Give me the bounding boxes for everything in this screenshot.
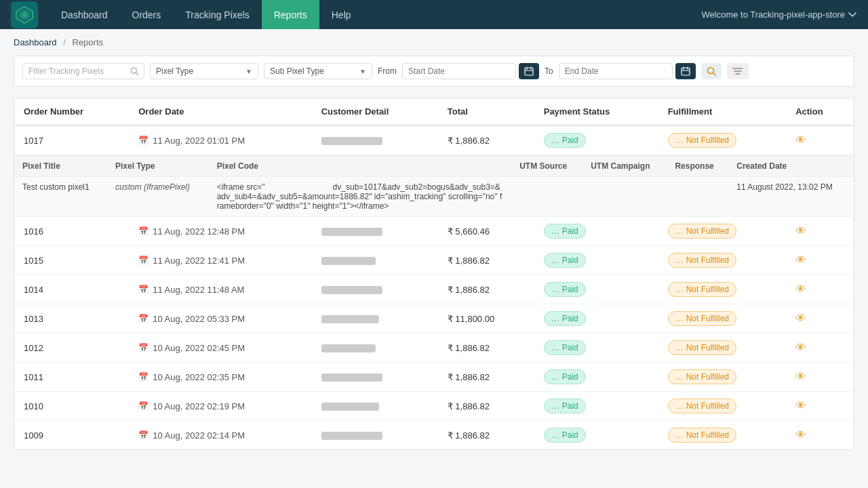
svg-rect-9 <box>682 68 690 75</box>
order-number: 1013 <box>14 304 129 333</box>
sub-pixel-type-select[interactable]: Sub Pixel Type <box>270 66 355 76</box>
customer-detail <box>312 246 438 275</box>
customer-detail <box>312 125 438 155</box>
order-number: 1017 <box>14 125 129 155</box>
pixel-col-utm-source: UTM Source <box>511 156 583 177</box>
svg-point-2 <box>22 13 26 17</box>
app-logo <box>11 1 38 28</box>
nav-dashboard[interactable]: Dashboard <box>49 0 120 29</box>
table-row: 1015 📅11 Aug, 2022 12:41 PM ₹ 1,886.82 …… <box>14 246 854 275</box>
end-date-input[interactable] <box>559 63 673 79</box>
table-row: 1016 📅11 Aug, 2022 12:48 PM ₹ 5,660.46 …… <box>14 217 854 246</box>
search-button[interactable] <box>701 63 722 79</box>
calendar-icon <box>524 66 534 76</box>
fulfillment-status: … Not Fulfilled <box>658 363 786 392</box>
order-total: ₹ 1,886.82 <box>438 421 534 450</box>
customer-detail <box>312 217 438 246</box>
nav-help[interactable]: Help <box>319 0 363 29</box>
view-icon[interactable]: 👁 <box>795 342 806 353</box>
table-row: 1014 📅11 Aug, 2022 11:48 AM ₹ 1,886.82 …… <box>14 275 854 304</box>
view-icon[interactable]: 👁 <box>795 429 806 441</box>
top-navigation: Dashboard Orders Tracking Pixels Reports… <box>0 0 868 29</box>
filter-search-wrapper <box>22 63 144 79</box>
col-customer-detail: Customer Detail <box>312 98 438 125</box>
start-date-group <box>402 63 539 79</box>
search-submit-icon <box>707 66 716 76</box>
nav-links: Dashboard Orders Tracking Pixels Reports… <box>49 0 702 29</box>
calendar-icon: 📅 <box>138 430 149 440</box>
order-total: ₹ 1,886.82 <box>438 275 534 304</box>
action-cell: 👁 <box>786 363 854 392</box>
col-order-date: Order Date <box>129 98 311 125</box>
action-cell: 👁 <box>786 421 854 450</box>
fulfillment-status: … Not Fulfilled <box>658 125 786 155</box>
order-date: 📅10 Aug, 2022 02:45 PM <box>129 333 311 363</box>
end-date-calendar-button[interactable] <box>675 63 696 79</box>
view-icon[interactable]: 👁 <box>795 400 806 411</box>
view-icon[interactable]: 👁 <box>795 371 806 382</box>
payment-status: … Paid <box>534 333 658 363</box>
paid-badge: … Paid <box>544 369 586 384</box>
nav-orders[interactable]: Orders <box>120 0 174 29</box>
sub-pixel-type-select-wrapper[interactable]: Sub Pixel Type ▼ <box>264 63 372 79</box>
order-total: ₹ 1,886.82 <box>438 246 534 275</box>
paid-badge: … Paid <box>544 282 586 297</box>
pixel-col-response: Response <box>667 156 728 177</box>
order-total: ₹ 1,886.82 <box>438 125 534 155</box>
breadcrumb-dashboard[interactable]: Dashboard <box>14 37 57 47</box>
customer-detail <box>312 304 438 333</box>
action-cell: 👁 <box>786 333 854 363</box>
col-fulfillment: Fulfillment <box>658 98 786 125</box>
action-cell: 👁 <box>786 392 854 421</box>
not-fulfilled-badge: … Not Fulfilled <box>668 399 736 413</box>
search-input[interactable] <box>28 66 126 76</box>
order-total: ₹ 11,800.00 <box>438 304 534 333</box>
fulfillment-status: … Not Fulfilled <box>658 304 786 333</box>
filter-icon <box>732 66 743 76</box>
nav-reports[interactable]: Reports <box>262 0 319 29</box>
calendar-icon: 📅 <box>138 256 149 265</box>
pixel-col-created-date: Created Date <box>728 156 854 177</box>
payment-status: … Paid <box>534 275 658 304</box>
calendar-icon: 📅 <box>138 401 149 411</box>
fulfillment-status: … Not Fulfilled <box>658 333 786 363</box>
view-icon[interactable]: 👁 <box>795 254 806 266</box>
paid-badge: … Paid <box>544 133 586 148</box>
customer-detail <box>312 392 438 421</box>
order-date: 📅11 Aug, 2022 12:41 PM <box>129 246 311 275</box>
filter-options-button[interactable] <box>727 63 749 79</box>
pixel-type-chevron: ▼ <box>245 68 252 75</box>
pixel-response <box>667 177 728 217</box>
view-icon[interactable]: 👁 <box>795 312 806 324</box>
action-cell: 👁 <box>786 217 854 246</box>
pixel-type-select[interactable]: Pixel Type <box>156 66 241 76</box>
payment-status: … Paid <box>534 217 658 246</box>
pixel-data-row: Test custom pixel1 custom (IframePixel) … <box>14 177 854 217</box>
payment-status: … Paid <box>534 421 658 450</box>
view-icon[interactable]: 👁 <box>795 134 806 146</box>
paid-badge: … Paid <box>544 224 586 239</box>
order-date: 📅 11 Aug, 2022 01:01 PM <box>129 125 311 155</box>
pixel-type-select-wrapper[interactable]: Pixel Type ▼ <box>150 63 258 79</box>
order-date: 📅10 Aug, 2022 02:35 PM <box>129 363 311 392</box>
paid-badge: … Paid <box>544 253 586 268</box>
view-icon[interactable]: 👁 <box>795 225 806 237</box>
pixel-subtable: Pixel Title Pixel Type Pixel Code UTM So… <box>14 155 854 216</box>
start-date-calendar-button[interactable] <box>519 63 539 79</box>
order-number: 1015 <box>14 246 129 275</box>
pixel-code: <iframe src=" dv_sub=1017&adv_sub2=bogus… <box>209 177 512 217</box>
start-date-input[interactable] <box>402 63 516 79</box>
reports-table-container: Order Number Order Date Customer Detail … <box>14 98 854 450</box>
svg-line-14 <box>713 73 715 76</box>
pixel-utm-campaign <box>583 177 667 217</box>
nav-tracking-pixels[interactable]: Tracking Pixels <box>173 0 261 29</box>
order-date: 📅11 Aug, 2022 11:48 AM <box>129 275 311 304</box>
table-wrapper: Order Number Order Date Customer Detail … <box>14 98 854 449</box>
not-fulfilled-badge: … Not Fulfilled <box>668 253 736 268</box>
pixel-type: custom (IframePixel) <box>107 177 209 217</box>
calendar-icon: 📅 <box>138 226 149 236</box>
view-icon[interactable]: 👁 <box>795 283 806 295</box>
table-row: 1013 📅10 Aug, 2022 05:33 PM ₹ 11,800.00 … <box>14 304 854 333</box>
not-fulfilled-badge: … Not Fulfilled <box>668 369 736 384</box>
end-date-group <box>559 63 696 79</box>
